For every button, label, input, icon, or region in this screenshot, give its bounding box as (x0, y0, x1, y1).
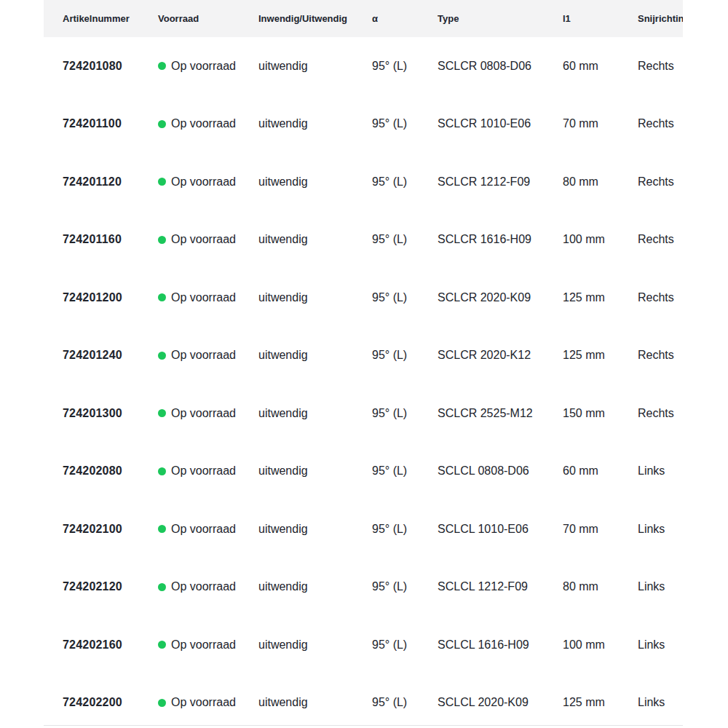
snijrichting-cell: Rechts (638, 37, 683, 95)
type-cell: SCLCL 1010-E06 (438, 500, 563, 558)
inwendig-uitwendig-value: uitwendig (258, 233, 308, 245)
snijrichting-cell: Links (638, 616, 683, 674)
product-table: Artikelnummer Voorraad Inwendig/Uitwendi… (44, 0, 683, 726)
table-row[interactable]: 724201300 Op voorraad uitwendig 95° (L) … (44, 384, 683, 443)
l1-value: 100 mm (563, 638, 605, 651)
stock-status-label: Op voorraad (171, 407, 236, 420)
inwendig-uitwendig-value: uitwendig (258, 464, 308, 477)
column-header-voorraad: Voorraad (158, 0, 258, 37)
type-cell: SCLCR 1010-E06 (438, 95, 563, 154)
snijrichting-cell: Rechts (638, 327, 683, 385)
snijrichting-cell: Rechts (638, 153, 683, 211)
snijrichting-value: Rechts (638, 349, 674, 361)
alpha-value: 95° (L) (372, 175, 407, 188)
inwendig-uitwendig-value: uitwendig (258, 523, 308, 535)
l1-value: 80 mm (563, 175, 598, 188)
artikelnummer-cell: 724202080 (44, 443, 158, 501)
table-row[interactable]: 724201240 Op voorraad uitwendig 95° (L) … (44, 327, 683, 385)
voorraad-cell: Op voorraad (158, 616, 258, 674)
table-row[interactable]: 724202160 Op voorraad uitwendig 95° (L) … (44, 616, 683, 674)
l1-value: 80 mm (563, 580, 598, 593)
snijrichting-value: Rechts (638, 291, 674, 304)
inwendig-uitwendig-value: uitwendig (258, 349, 308, 361)
artikelnummer-cell: 724202200 (44, 674, 158, 727)
table-row[interactable]: 724202080 Op voorraad uitwendig 95° (L) … (44, 443, 683, 501)
snijrichting-value: Rechts (638, 60, 674, 72)
snijrichting-cell: Rechts (638, 384, 683, 443)
stock-status-label: Op voorraad (171, 464, 236, 478)
snijrichting-cell: Links (638, 443, 683, 501)
artikelnummer-value: 724201120 (63, 175, 122, 188)
table-row[interactable]: 724202120 Op voorraad uitwendig 95° (L) … (44, 558, 683, 617)
l1-cell: 60 mm (563, 37, 638, 95)
artikelnummer-cell: 724202100 (44, 500, 158, 558)
inwendig-uitwendig-cell: uitwendig (258, 443, 372, 501)
stock-status-label: Op voorraad (171, 349, 236, 362)
in-stock-dot-icon (158, 525, 166, 533)
type-value: SCLCL 2020-K09 (438, 696, 529, 708)
in-stock-dot-icon (158, 699, 166, 707)
inwendig-uitwendig-cell: uitwendig (258, 558, 372, 617)
artikelnummer-value: 724202080 (63, 464, 122, 477)
artikelnummer-cell: 724201240 (44, 327, 158, 385)
type-value: SCLCR 1212-F09 (438, 175, 530, 188)
table-row[interactable]: 724201120 Op voorraad uitwendig 95° (L) … (44, 153, 683, 211)
table-row[interactable]: 724201200 Op voorraad uitwendig 95° (L) … (44, 269, 683, 327)
inwendig-uitwendig-cell: uitwendig (258, 384, 372, 443)
stock-status-badge: Op voorraad (158, 464, 236, 478)
stock-status-badge: Op voorraad (158, 580, 236, 593)
table-row[interactable]: 724201100 Op voorraad uitwendig 95° (L) … (44, 95, 683, 154)
type-cell: SCLCR 2525-M12 (438, 384, 563, 443)
voorraad-cell: Op voorraad (158, 674, 258, 727)
in-stock-dot-icon (158, 352, 166, 360)
stock-status-label: Op voorraad (171, 523, 236, 536)
artikelnummer-value: 724202200 (63, 696, 122, 708)
alpha-value: 95° (L) (372, 638, 407, 651)
l1-value: 125 mm (563, 291, 605, 304)
snijrichting-value: Rechts (638, 233, 674, 245)
voorraad-cell: Op voorraad (158, 558, 258, 617)
alpha-value: 95° (L) (372, 580, 407, 593)
alpha-value: 95° (L) (372, 349, 407, 361)
alpha-value: 95° (L) (372, 291, 407, 304)
artikelnummer-cell: 724201200 (44, 269, 158, 327)
alpha-cell: 95° (L) (372, 211, 438, 269)
l1-value: 60 mm (563, 464, 598, 477)
stock-status-badge: Op voorraad (158, 523, 236, 536)
snijrichting-cell: Rechts (638, 211, 683, 269)
table-row[interactable]: 724201160 Op voorraad uitwendig 95° (L) … (44, 211, 683, 269)
type-cell: SCLCR 2020-K09 (438, 269, 563, 327)
l1-cell: 125 mm (563, 269, 638, 327)
snijrichting-cell: Links (638, 558, 683, 617)
type-value: SCLCL 1212-F09 (438, 580, 528, 593)
stock-status-label: Op voorraad (171, 60, 236, 73)
in-stock-dot-icon (158, 62, 166, 70)
type-cell: SCLCR 0808-D06 (438, 37, 563, 95)
table-row[interactable]: 724202100 Op voorraad uitwendig 95° (L) … (44, 500, 683, 558)
inwendig-uitwendig-value: uitwendig (258, 175, 308, 188)
stock-status-label: Op voorraad (171, 580, 236, 593)
voorraad-cell: Op voorraad (158, 327, 258, 385)
l1-cell: 125 mm (563, 674, 638, 727)
stock-status-badge: Op voorraad (158, 175, 236, 189)
alpha-cell: 95° (L) (372, 443, 438, 501)
inwendig-uitwendig-cell: uitwendig (258, 616, 372, 674)
table-row[interactable]: 724202200 Op voorraad uitwendig 95° (L) … (44, 674, 683, 727)
voorraad-cell: Op voorraad (158, 500, 258, 558)
alpha-cell: 95° (L) (372, 558, 438, 617)
table-header-row: Artikelnummer Voorraad Inwendig/Uitwendi… (44, 0, 683, 37)
stock-status-label: Op voorraad (171, 233, 236, 246)
stock-status-badge: Op voorraad (158, 233, 236, 246)
artikelnummer-cell: 724202160 (44, 616, 158, 674)
variant-table: Artikelnummer Voorraad Inwendig/Uitwendi… (44, 0, 683, 726)
snijrichting-value: Links (638, 523, 665, 535)
l1-cell: 100 mm (563, 616, 638, 674)
alpha-value: 95° (L) (372, 60, 407, 72)
type-value: SCLCL 1616-H09 (438, 638, 529, 651)
inwendig-uitwendig-value: uitwendig (258, 638, 308, 651)
table-row[interactable]: 724201080 Op voorraad uitwendig 95° (L) … (44, 37, 683, 95)
alpha-value: 95° (L) (372, 407, 407, 419)
l1-cell: 125 mm (563, 327, 638, 385)
inwendig-uitwendig-cell: uitwendig (258, 327, 372, 385)
inwendig-uitwendig-cell: uitwendig (258, 153, 372, 211)
